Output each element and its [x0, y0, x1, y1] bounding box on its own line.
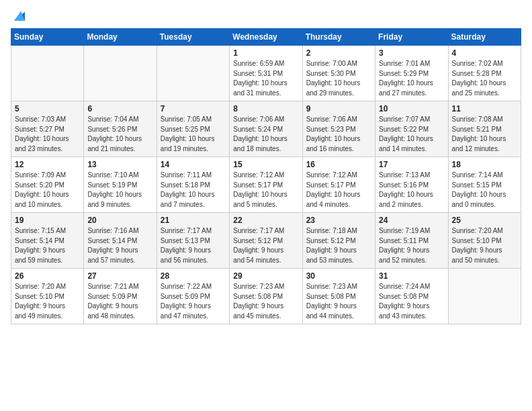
calendar-cell: [11, 46, 84, 101]
calendar-week-row: 12Sunrise: 7:09 AM Sunset: 5:20 PM Dayli…: [11, 157, 521, 213]
calendar-page: SundayMondayTuesdayWednesdayThursdayFrid…: [0, 0, 532, 411]
day-number: 25: [452, 216, 517, 225]
calendar-cell: 19Sunrise: 7:15 AM Sunset: 5:14 PM Dayli…: [11, 213, 84, 269]
calendar-cell: 11Sunrise: 7:08 AM Sunset: 5:21 PM Dayli…: [448, 101, 521, 157]
day-header-wednesday: Wednesday: [230, 29, 302, 46]
day-info: Sunrise: 7:19 AM Sunset: 5:11 PM Dayligh…: [379, 226, 444, 265]
calendar-cell: 4Sunrise: 7:02 AM Sunset: 5:28 PM Daylig…: [448, 46, 521, 101]
day-info: Sunrise: 7:03 AM Sunset: 5:27 PM Dayligh…: [15, 115, 80, 154]
day-info: Sunrise: 7:12 AM Sunset: 5:17 PM Dayligh…: [306, 171, 371, 210]
day-number: 26: [15, 271, 80, 281]
day-number: 17: [379, 160, 444, 169]
calendar-cell: 17Sunrise: 7:13 AM Sunset: 5:16 PM Dayli…: [375, 157, 448, 213]
calendar-cell: 6Sunrise: 7:04 AM Sunset: 5:26 PM Daylig…: [84, 101, 157, 157]
day-header-sunday: Sunday: [11, 29, 84, 46]
calendar-cell: 12Sunrise: 7:09 AM Sunset: 5:20 PM Dayli…: [11, 157, 84, 213]
day-number: 13: [87, 160, 152, 169]
day-number: 9: [306, 104, 371, 113]
calendar-cell: 1Sunrise: 6:59 AM Sunset: 5:31 PM Daylig…: [230, 46, 302, 101]
calendar-week-row: 19Sunrise: 7:15 AM Sunset: 5:14 PM Dayli…: [11, 213, 521, 269]
calendar-cell: 13Sunrise: 7:10 AM Sunset: 5:19 PM Dayli…: [84, 157, 157, 213]
calendar-cell: 2Sunrise: 7:00 AM Sunset: 5:30 PM Daylig…: [302, 46, 375, 101]
day-info: Sunrise: 7:18 AM Sunset: 5:12 PM Dayligh…: [306, 226, 371, 265]
day-header-tuesday: Tuesday: [157, 29, 229, 46]
day-info: Sunrise: 7:17 AM Sunset: 5:13 PM Dayligh…: [161, 226, 226, 265]
day-number: 4: [452, 48, 517, 58]
day-number: 8: [233, 104, 298, 113]
day-number: 22: [233, 216, 298, 225]
day-header-monday: Monday: [84, 29, 157, 46]
day-info: Sunrise: 7:07 AM Sunset: 5:22 PM Dayligh…: [379, 115, 444, 154]
calendar-cell: 25Sunrise: 7:20 AM Sunset: 5:10 PM Dayli…: [448, 213, 521, 269]
day-number: 1: [233, 48, 298, 58]
day-info: Sunrise: 7:20 AM Sunset: 5:10 PM Dayligh…: [452, 226, 517, 265]
day-info: Sunrise: 7:00 AM Sunset: 5:30 PM Dayligh…: [306, 59, 371, 98]
day-number: 5: [15, 104, 80, 113]
day-number: 11: [452, 104, 517, 113]
day-number: 20: [87, 216, 152, 225]
day-info: Sunrise: 7:20 AM Sunset: 5:10 PM Dayligh…: [15, 282, 80, 321]
calendar-cell: 23Sunrise: 7:18 AM Sunset: 5:12 PM Dayli…: [302, 213, 375, 269]
day-info: Sunrise: 7:23 AM Sunset: 5:08 PM Dayligh…: [306, 282, 371, 321]
calendar-cell: [448, 269, 521, 324]
day-number: 16: [306, 160, 371, 169]
calendar-cell: 15Sunrise: 7:12 AM Sunset: 5:17 PM Dayli…: [230, 157, 302, 213]
day-info: Sunrise: 7:12 AM Sunset: 5:17 PM Dayligh…: [233, 171, 298, 210]
calendar-week-row: 1Sunrise: 6:59 AM Sunset: 5:31 PM Daylig…: [11, 46, 521, 101]
header: [11, 8, 521, 23]
calendar-table: SundayMondayTuesdayWednesdayThursdayFrid…: [11, 28, 521, 324]
calendar-cell: 26Sunrise: 7:20 AM Sunset: 5:10 PM Dayli…: [11, 269, 84, 324]
calendar-cell: [157, 46, 229, 101]
day-info: Sunrise: 7:11 AM Sunset: 5:18 PM Dayligh…: [161, 171, 226, 210]
day-number: 2: [306, 48, 371, 58]
logo-icon: [12, 8, 27, 23]
day-info: Sunrise: 7:06 AM Sunset: 5:24 PM Dayligh…: [233, 115, 298, 154]
day-number: 3: [379, 48, 444, 58]
day-number: 28: [161, 271, 226, 281]
day-info: Sunrise: 7:21 AM Sunset: 5:09 PM Dayligh…: [87, 282, 152, 321]
day-info: Sunrise: 7:14 AM Sunset: 5:15 PM Dayligh…: [452, 171, 517, 210]
day-info: Sunrise: 7:04 AM Sunset: 5:26 PM Dayligh…: [87, 115, 152, 154]
calendar-cell: 31Sunrise: 7:24 AM Sunset: 5:08 PM Dayli…: [375, 269, 448, 324]
day-info: Sunrise: 7:06 AM Sunset: 5:23 PM Dayligh…: [306, 115, 371, 154]
calendar-cell: 8Sunrise: 7:06 AM Sunset: 5:24 PM Daylig…: [230, 101, 302, 157]
calendar-cell: 27Sunrise: 7:21 AM Sunset: 5:09 PM Dayli…: [84, 269, 157, 324]
day-number: 10: [379, 104, 444, 113]
day-header-friday: Friday: [375, 29, 448, 46]
day-number: 14: [161, 160, 226, 169]
day-number: 15: [233, 160, 298, 169]
logo: [11, 8, 27, 23]
calendar-cell: 5Sunrise: 7:03 AM Sunset: 5:27 PM Daylig…: [11, 101, 84, 157]
day-header-saturday: Saturday: [448, 29, 521, 46]
calendar-cell: 18Sunrise: 7:14 AM Sunset: 5:15 PM Dayli…: [448, 157, 521, 213]
calendar-cell: 28Sunrise: 7:22 AM Sunset: 5:09 PM Dayli…: [157, 269, 229, 324]
day-info: Sunrise: 7:24 AM Sunset: 5:08 PM Dayligh…: [379, 282, 444, 321]
calendar-cell: 29Sunrise: 7:23 AM Sunset: 5:08 PM Dayli…: [230, 269, 302, 324]
day-info: Sunrise: 7:09 AM Sunset: 5:20 PM Dayligh…: [15, 171, 80, 210]
day-info: Sunrise: 6:59 AM Sunset: 5:31 PM Dayligh…: [233, 59, 298, 98]
calendar-week-row: 26Sunrise: 7:20 AM Sunset: 5:10 PM Dayli…: [11, 269, 521, 324]
day-info: Sunrise: 7:16 AM Sunset: 5:14 PM Dayligh…: [87, 226, 152, 265]
day-info: Sunrise: 7:05 AM Sunset: 5:25 PM Dayligh…: [161, 115, 226, 154]
day-info: Sunrise: 7:08 AM Sunset: 5:21 PM Dayligh…: [452, 115, 517, 154]
calendar-cell: 20Sunrise: 7:16 AM Sunset: 5:14 PM Dayli…: [84, 213, 157, 269]
day-info: Sunrise: 7:13 AM Sunset: 5:16 PM Dayligh…: [379, 171, 444, 210]
day-info: Sunrise: 7:01 AM Sunset: 5:29 PM Dayligh…: [379, 59, 444, 98]
day-info: Sunrise: 7:17 AM Sunset: 5:12 PM Dayligh…: [233, 226, 298, 265]
day-info: Sunrise: 7:10 AM Sunset: 5:19 PM Dayligh…: [87, 171, 152, 210]
calendar-cell: 3Sunrise: 7:01 AM Sunset: 5:29 PM Daylig…: [375, 46, 448, 101]
day-header-thursday: Thursday: [302, 29, 375, 46]
day-number: 18: [452, 160, 517, 169]
day-number: 12: [15, 160, 80, 169]
calendar-cell: 30Sunrise: 7:23 AM Sunset: 5:08 PM Dayli…: [302, 269, 375, 324]
calendar-cell: 14Sunrise: 7:11 AM Sunset: 5:18 PM Dayli…: [157, 157, 229, 213]
day-info: Sunrise: 7:15 AM Sunset: 5:14 PM Dayligh…: [15, 226, 80, 265]
calendar-cell: 16Sunrise: 7:12 AM Sunset: 5:17 PM Dayli…: [302, 157, 375, 213]
day-number: 30: [306, 271, 371, 281]
day-number: 23: [306, 216, 371, 225]
day-number: 31: [379, 271, 444, 281]
calendar-week-row: 5Sunrise: 7:03 AM Sunset: 5:27 PM Daylig…: [11, 101, 521, 157]
calendar-cell: 22Sunrise: 7:17 AM Sunset: 5:12 PM Dayli…: [230, 213, 302, 269]
calendar-cell: 7Sunrise: 7:05 AM Sunset: 5:25 PM Daylig…: [157, 101, 229, 157]
day-number: 29: [233, 271, 298, 281]
